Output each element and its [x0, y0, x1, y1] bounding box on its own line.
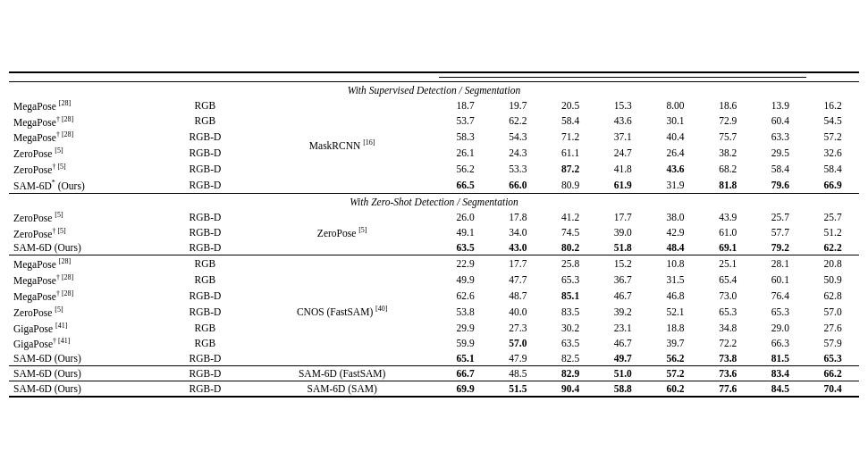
score-cell: 51.5	[492, 381, 544, 398]
score-cell: 63.3	[754, 129, 807, 145]
table-container: With Supervised Detection / Segmentation…	[9, 71, 859, 398]
input-type-cell: RGB-D	[165, 240, 245, 255]
table-row: SAM-6D (Ours)RGB-DSAM-6D (SAM)69.951.590…	[9, 381, 859, 398]
method-cell: MegaPose† [28]	[9, 288, 165, 304]
method-cell: GigaPose† [41]	[9, 335, 165, 351]
score-cell: 42.9	[649, 225, 702, 241]
input-type-cell: RGB	[165, 335, 245, 351]
score-cell: 65.3	[544, 272, 597, 288]
score-cell: 63.5	[439, 240, 492, 255]
detection-cell: SAM-6D (SAM)	[245, 381, 439, 398]
method-cell: ZeroPose [5]	[9, 145, 165, 161]
score-cell: 13.9	[754, 97, 807, 113]
score-cell: 22.9	[439, 255, 492, 272]
score-cell: 76.4	[754, 288, 807, 304]
score-cell: 79.2	[754, 240, 807, 255]
score-cell: 82.9	[544, 366, 597, 381]
score-cell: 69.9	[439, 381, 492, 398]
results-table: With Supervised Detection / Segmentation…	[9, 71, 859, 398]
detection-cell: CNOS (FastSAM) [40]	[245, 255, 439, 366]
score-cell: 77.6	[702, 381, 754, 398]
detection-cell: SAM-6D (FastSAM)	[245, 366, 439, 381]
score-cell: 31.9	[649, 177, 702, 193]
score-cell: 58.3	[439, 129, 492, 145]
mean-cell: 66.2	[806, 366, 859, 381]
score-cell: 68.2	[702, 161, 754, 177]
score-cell: 61.9	[596, 177, 649, 193]
score-cell: 66.5	[439, 177, 492, 193]
input-type-cell: RGB-D	[165, 351, 245, 366]
score-cell: 61.0	[702, 225, 754, 241]
score-cell: 46.7	[596, 288, 649, 304]
score-cell: 75.7	[702, 129, 754, 145]
mean-cell: 27.6	[806, 320, 859, 336]
input-type-cell: RGB-D	[165, 225, 245, 241]
method-cell: SAM-6D (Ours)	[9, 240, 165, 255]
score-cell: 43.9	[702, 209, 754, 225]
score-cell: 18.6	[702, 97, 754, 113]
input-type-cell: RGB-D	[165, 145, 245, 161]
score-cell: 63.5	[544, 335, 597, 351]
input-type-cell: RGB	[165, 255, 245, 272]
score-cell: 73.0	[702, 288, 754, 304]
mean-cell: 57.9	[806, 335, 859, 351]
score-cell: 49.9	[439, 272, 492, 288]
score-cell: 62.6	[439, 288, 492, 304]
score-cell: 74.5	[544, 225, 597, 241]
score-cell: 18.7	[439, 97, 492, 113]
score-cell: 59.9	[439, 335, 492, 351]
input-type-cell: RGB-D	[165, 177, 245, 193]
table-row: MegaPose [28]RGBCNOS (FastSAM) [40]22.91…	[9, 255, 859, 272]
score-cell: 40.0	[492, 304, 544, 320]
score-cell: 47.9	[492, 351, 544, 366]
score-cell: 25.7	[754, 209, 807, 225]
score-cell: 87.2	[544, 161, 597, 177]
score-cell: 66.3	[754, 335, 807, 351]
score-cell: 10.8	[649, 255, 702, 272]
score-cell: 84.5	[754, 381, 807, 398]
mean-cell: 62.8	[806, 288, 859, 304]
method-cell: MegaPose [28]	[9, 255, 165, 272]
method-cell: MegaPose† [28]	[9, 113, 165, 130]
score-cell: 69.1	[702, 240, 754, 255]
score-cell: 72.2	[702, 335, 754, 351]
score-cell: 40.4	[649, 129, 702, 145]
method-cell: MegaPose [28]	[9, 97, 165, 113]
method-cell: ZeroPose† [5]	[9, 161, 165, 177]
score-cell: 49.1	[439, 225, 492, 241]
score-cell: 30.1	[649, 113, 702, 130]
score-cell: 29.5	[754, 145, 807, 161]
score-cell: 20.5	[544, 97, 597, 113]
score-cell: 58.4	[754, 161, 807, 177]
col-mean	[806, 72, 859, 82]
table-row: MegaPose [28]RGBMaskRCNN [16]18.719.720.…	[9, 97, 859, 113]
score-cell: 71.2	[544, 129, 597, 145]
score-cell: 65.4	[702, 272, 754, 288]
score-cell: 51.0	[596, 366, 649, 381]
method-cell: SAM-6D* (Ours)	[9, 177, 165, 193]
input-type-cell: RGB	[165, 272, 245, 288]
score-cell: 73.6	[702, 366, 754, 381]
score-cell: 29.0	[754, 320, 807, 336]
mean-cell: 32.6	[806, 145, 859, 161]
score-cell: 27.3	[492, 320, 544, 336]
score-cell: 48.7	[492, 288, 544, 304]
score-cell: 26.1	[439, 145, 492, 161]
score-cell: 57.0	[492, 335, 544, 351]
method-cell: MegaPose† [28]	[9, 272, 165, 288]
score-cell: 56.2	[439, 161, 492, 177]
score-cell: 37.1	[596, 129, 649, 145]
mean-cell: 25.7	[806, 209, 859, 225]
score-cell: 24.3	[492, 145, 544, 161]
input-type-cell: RGB-D	[165, 366, 245, 381]
score-cell: 26.0	[439, 209, 492, 225]
score-cell: 65.3	[702, 304, 754, 320]
mean-cell: 57.0	[806, 304, 859, 320]
score-cell: 66.7	[439, 366, 492, 381]
score-cell: 72.9	[702, 113, 754, 130]
score-cell: 18.8	[649, 320, 702, 336]
mean-cell: 20.8	[806, 255, 859, 272]
input-type-cell: RGB-D	[165, 381, 245, 398]
score-cell: 31.5	[649, 272, 702, 288]
score-cell: 17.7	[492, 255, 544, 272]
